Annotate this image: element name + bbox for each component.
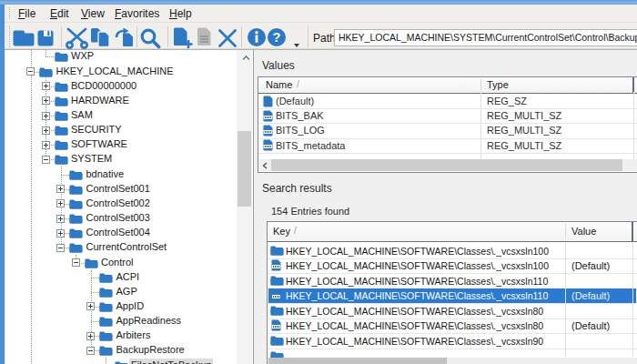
svg-text:?: ? (273, 30, 281, 45)
